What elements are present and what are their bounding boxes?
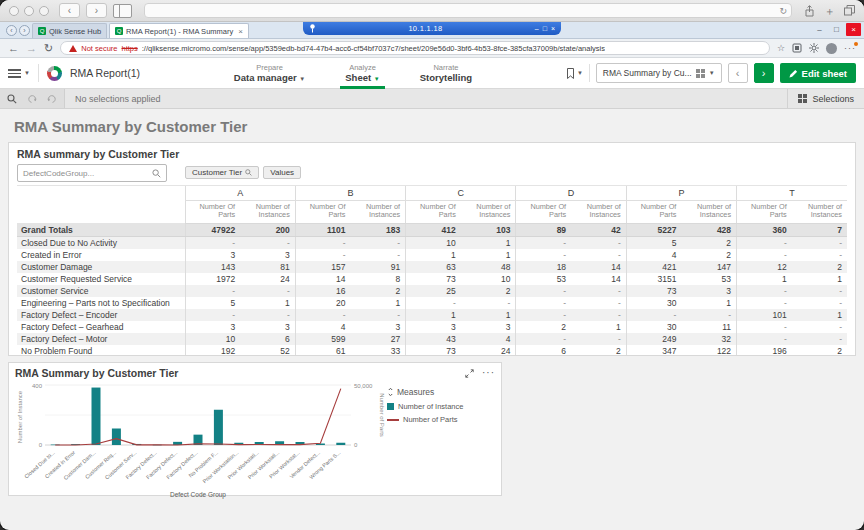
pivot-cell: - — [626, 309, 681, 321]
pivot-column-group-P[interactable]: P — [626, 186, 736, 201]
pivot-column-group-C[interactable]: C — [406, 186, 516, 201]
bookmarks-button[interactable]: ▼ — [566, 68, 583, 79]
tab-back-button[interactable]: ‹ — [6, 25, 17, 36]
rdp-restore-icon[interactable]: □ — [543, 23, 547, 34]
sidebar-toggle-icon[interactable] — [113, 4, 132, 18]
pivot-cell: 2 — [681, 236, 736, 249]
svg-text:400: 400 — [32, 383, 43, 389]
svg-text:Defect Code Group: Defect Code Group — [170, 491, 226, 499]
maximize-icon[interactable]: □ — [829, 23, 844, 36]
pivot-cell: 32 — [681, 333, 736, 345]
pivot-title: RMA summary by Customer Tier — [17, 148, 847, 160]
tab-forward-button[interactable]: › — [19, 25, 30, 36]
pivot-row-label[interactable]: Factory Defect – Encoder — [17, 309, 185, 321]
pivot-row-label[interactable]: Customer Damage — [17, 261, 185, 273]
not-secure-label[interactable]: Not secure — [81, 44, 117, 53]
pivot-cell: 2 — [792, 345, 847, 356]
tab-rma-report[interactable]: Q RMA Report(1) - RMA Summary × — [109, 23, 249, 38]
zoom-window-button[interactable] — [39, 6, 49, 16]
pivot-cell: - — [516, 285, 571, 297]
close-window-button[interactable] — [9, 6, 19, 16]
pivot-cell: 412 — [406, 223, 461, 236]
global-menu-button[interactable]: ▼ — [8, 69, 30, 78]
nav-prepare[interactable]: Prepare Data manager ▼ — [229, 58, 310, 89]
chart-plot[interactable]: 400050,0000Closed Due to...Created in Er… — [15, 379, 387, 501]
pivot-column-group-T[interactable]: T — [737, 186, 847, 201]
nav-narrate[interactable]: Narrate Storytelling — [415, 58, 477, 89]
pivot-row-label[interactable]: No Problem Found — [17, 345, 185, 356]
tab-close-icon[interactable]: × — [238, 27, 243, 36]
pivot-cell: 7 — [792, 223, 847, 236]
pivot-cell: 30 — [626, 297, 681, 309]
pivot-cell: - — [295, 309, 350, 321]
pivot-row-label[interactable]: Factory Defect – Gearhead — [17, 321, 185, 333]
share-icon[interactable] — [804, 5, 815, 17]
pivot-cell: 2 — [516, 321, 571, 333]
pivot-measure-header: Number of Instances — [461, 201, 516, 224]
pivot-measure-header: Number Of Parts — [737, 201, 792, 224]
pivot-dimension-search-input[interactable]: DefectCodeGroup... — [17, 164, 167, 182]
pivot-row-label[interactable]: Customer Service — [17, 285, 185, 297]
pin-icon[interactable] — [309, 24, 316, 33]
qlik-logo[interactable] — [47, 66, 62, 81]
rdp-minimize-icon[interactable]: – — [535, 23, 539, 34]
pivot-cell: - — [792, 297, 847, 309]
pivot-row-label[interactable]: Engineering – Parts not to Specification — [17, 297, 185, 309]
pivot-row-label[interactable]: Closed Due to No Activity — [17, 236, 185, 249]
reload-icon[interactable]: ↻ — [779, 4, 787, 18]
selections-tool-button[interactable]: Selections — [787, 89, 864, 108]
selections-forward-button[interactable] — [42, 89, 62, 109]
pivot-row-label[interactable]: Customer Requested Service — [17, 273, 185, 285]
pivot-measure-header: Number Of Parts — [295, 201, 350, 224]
new-tab-icon[interactable]: ＋ — [824, 6, 835, 16]
pivot-cell: 4 — [461, 333, 516, 345]
tabs-overview-icon[interactable] — [844, 5, 855, 16]
back-button[interactable]: ‹ — [59, 3, 80, 18]
chart-more-options-icon[interactable]: ··· — [482, 370, 495, 376]
rdp-close-icon[interactable]: × — [551, 23, 555, 34]
pivot-cell: - — [571, 285, 626, 297]
url-text: ://qliksense.micromo.com/sense/app/5359e… — [142, 44, 605, 53]
address-bar-input[interactable]: ↻ — [144, 3, 792, 18]
pivot-values-chip[interactable]: Values — [263, 166, 301, 179]
sheet-selector-dropdown[interactable]: RMA Summary by Cu... ▼ — [596, 63, 722, 83]
edit-sheet-button[interactable]: Edit sheet — [780, 63, 856, 83]
selections-back-button[interactable] — [22, 89, 42, 109]
pivot-column-group-A[interactable]: A — [185, 186, 295, 201]
tab-qlik-sense-hub[interactable]: Q Qlik Sense Hub — [32, 23, 107, 38]
selections-bar: No selections applied Selections — [0, 89, 864, 109]
pivot-cell: 1 — [406, 249, 461, 261]
browser-address-bar: ← → ↻ Not secure https ://qliksense.micr… — [0, 39, 864, 58]
extensions-icon[interactable] — [792, 43, 802, 53]
pivot-row-label[interactable]: Created in Error — [17, 249, 185, 261]
pivot-cell: 63 — [406, 261, 461, 273]
previous-sheet-button[interactable]: ‹ — [728, 63, 748, 83]
profile-avatar[interactable] — [826, 43, 837, 54]
close-icon[interactable]: × — [846, 23, 861, 36]
pivot-cell: 183 — [350, 223, 405, 236]
more-menu-icon[interactable]: ··· — [844, 43, 856, 53]
tab-title: RMA Report(1) - RMA Summary — [126, 27, 233, 36]
pivot-column-group-D[interactable]: D — [516, 186, 626, 201]
url-field[interactable]: Not secure https ://qliksense.micromo.co… — [60, 41, 770, 55]
smart-search-button[interactable] — [2, 89, 22, 109]
pivot-cell: - — [792, 285, 847, 297]
nav-analyze[interactable]: Analyze Sheet ▼ — [340, 58, 384, 89]
pivot-column-group-B[interactable]: B — [295, 186, 405, 201]
pivot-cell: - — [516, 333, 571, 345]
forward-button[interactable]: › — [86, 3, 107, 18]
minimize-icon[interactable]: – — [812, 23, 827, 36]
refresh-icon[interactable]: ↻ — [44, 40, 53, 56]
pivot-row-label[interactable]: Factory Defect – Motor — [17, 333, 185, 345]
settings-gear-icon[interactable] — [809, 43, 819, 53]
pivot-column-dimension-chip[interactable]: Customer Tier — [185, 166, 259, 179]
minimize-window-button[interactable] — [24, 6, 34, 16]
fullscreen-expand-icon[interactable] — [465, 369, 474, 378]
nav-forward-icon[interactable]: → — [26, 40, 37, 56]
pivot-cell: 1 — [240, 297, 295, 309]
pivot-cell: 24 — [240, 273, 295, 285]
favorites-star-icon[interactable]: ☆ — [777, 40, 785, 56]
not-secure-warning-icon — [69, 45, 77, 52]
next-sheet-button[interactable]: › — [754, 63, 774, 83]
nav-back-icon[interactable]: ← — [8, 40, 19, 56]
